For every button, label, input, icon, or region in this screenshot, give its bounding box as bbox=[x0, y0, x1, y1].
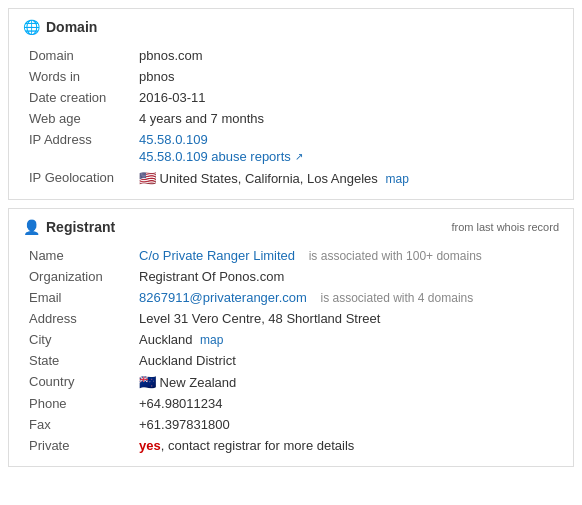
country-label: Country bbox=[23, 371, 133, 393]
phone-label: Phone bbox=[23, 393, 133, 414]
abuse-reports-link[interactable]: 45.58.0.109 abuse reports bbox=[139, 149, 291, 164]
private-yes: yes bbox=[139, 438, 161, 453]
ip-address-link[interactable]: 45.58.0.109 bbox=[139, 132, 553, 147]
table-row: Fax +61.397831800 bbox=[23, 414, 559, 435]
phone-value: +64.98011234 bbox=[133, 393, 559, 414]
fax-value: +61.397831800 bbox=[133, 414, 559, 435]
name-link[interactable]: C/o Private Ranger Limited bbox=[139, 248, 295, 263]
registrant-section: 👤 Registrant from last whois record Name… bbox=[8, 208, 574, 467]
domain-label: Domain bbox=[23, 45, 133, 66]
web-age-value: 4 years and 7 months bbox=[133, 108, 559, 129]
table-row: Domain pbnos.com bbox=[23, 45, 559, 66]
table-row: IP Address 45.58.0.109 45.58.0.109 abuse… bbox=[23, 129, 559, 167]
address-label: Address bbox=[23, 308, 133, 329]
table-row: Web age 4 years and 7 months bbox=[23, 108, 559, 129]
domain-value: pbnos.com bbox=[133, 45, 559, 66]
private-value: yes, contact registrar for more details bbox=[133, 435, 559, 456]
table-row: Phone +64.98011234 bbox=[23, 393, 559, 414]
date-label: Date creation bbox=[23, 87, 133, 108]
registrant-table: Name C/o Private Ranger Limited is assoc… bbox=[23, 245, 559, 456]
table-row: Organization Registrant Of Ponos.com bbox=[23, 266, 559, 287]
us-flag: 🇺🇸 bbox=[139, 170, 156, 186]
email-label: Email bbox=[23, 287, 133, 308]
external-link-icon: ↗ bbox=[295, 151, 303, 162]
table-row: IP Geolocation 🇺🇸 United States, Califor… bbox=[23, 167, 559, 189]
table-row: City Auckland map bbox=[23, 329, 559, 350]
ip-value: 45.58.0.109 45.58.0.109 abuse reports ↗ bbox=[133, 129, 559, 167]
web-age-label: Web age bbox=[23, 108, 133, 129]
registrant-header-label: Registrant bbox=[46, 219, 115, 235]
name-associated: is associated with 100+ domains bbox=[309, 249, 482, 263]
table-row: Date creation 2016-03-11 bbox=[23, 87, 559, 108]
fax-label: Fax bbox=[23, 414, 133, 435]
table-row: Words in pbnos bbox=[23, 66, 559, 87]
geolocation-label: IP Geolocation bbox=[23, 167, 133, 189]
org-label: Organization bbox=[23, 266, 133, 287]
registrant-header-left: 👤 Registrant bbox=[23, 219, 115, 235]
domain-section: 🌐 Domain Domain pbnos.com Words in pbnos… bbox=[8, 8, 574, 200]
nz-flag: 🇳🇿 bbox=[139, 374, 156, 390]
words-value: pbnos bbox=[133, 66, 559, 87]
name-value: C/o Private Ranger Limited is associated… bbox=[133, 245, 559, 266]
email-associated: is associated with 4 domains bbox=[320, 291, 473, 305]
registrant-header-row: 👤 Registrant from last whois record bbox=[23, 219, 559, 235]
table-row: Address Level 31 Vero Centre, 48 Shortla… bbox=[23, 308, 559, 329]
geo-map-link[interactable]: map bbox=[385, 172, 408, 186]
email-value: 8267911@privateranger.com is associated … bbox=[133, 287, 559, 308]
table-row: Country 🇳🇿 New Zealand bbox=[23, 371, 559, 393]
ip-label: IP Address bbox=[23, 129, 133, 167]
date-value: 2016-03-11 bbox=[133, 87, 559, 108]
table-row: Private yes, contact registrar for more … bbox=[23, 435, 559, 456]
state-value: Auckland District bbox=[133, 350, 559, 371]
person-icon: 👤 bbox=[23, 219, 40, 235]
domain-table: Domain pbnos.com Words in pbnos Date cre… bbox=[23, 45, 559, 189]
org-value: Registrant Of Ponos.com bbox=[133, 266, 559, 287]
table-row: Email 8267911@privateranger.com is assoc… bbox=[23, 287, 559, 308]
address-value: Level 31 Vero Centre, 48 Shortland Stree… bbox=[133, 308, 559, 329]
domain-header-label: Domain bbox=[46, 19, 97, 35]
private-label: Private bbox=[23, 435, 133, 456]
city-map-link[interactable]: map bbox=[200, 333, 223, 347]
country-value: 🇳🇿 New Zealand bbox=[133, 371, 559, 393]
abuse-link-row: 45.58.0.109 abuse reports ↗ bbox=[139, 149, 553, 164]
city-label: City bbox=[23, 329, 133, 350]
globe-icon: 🌐 bbox=[23, 19, 40, 35]
words-label: Words in bbox=[23, 66, 133, 87]
name-label: Name bbox=[23, 245, 133, 266]
table-row: Name C/o Private Ranger Limited is assoc… bbox=[23, 245, 559, 266]
state-label: State bbox=[23, 350, 133, 371]
domain-section-header: 🌐 Domain bbox=[23, 19, 559, 35]
email-link[interactable]: 8267911@privateranger.com bbox=[139, 290, 307, 305]
whois-record-label: from last whois record bbox=[451, 221, 559, 233]
geolocation-value: 🇺🇸 United States, California, Los Angele… bbox=[133, 167, 559, 189]
table-row: State Auckland District bbox=[23, 350, 559, 371]
city-value: Auckland map bbox=[133, 329, 559, 350]
